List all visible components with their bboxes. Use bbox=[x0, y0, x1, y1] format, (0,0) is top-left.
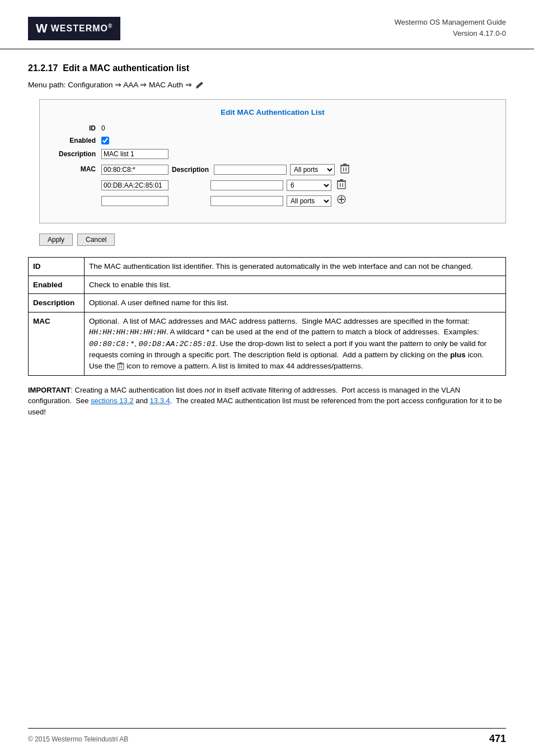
svg-rect-2 bbox=[341, 166, 349, 173]
desc-text-mac: Optional. A list of MAC addresses and MA… bbox=[85, 312, 506, 375]
desc-input-1[interactable] bbox=[214, 165, 287, 175]
mac-entry-3: All ports 123 456 78 bbox=[101, 195, 349, 207]
svg-rect-3 bbox=[343, 167, 344, 171]
mac-entry-1: Description All ports 123 456 78 bbox=[101, 164, 349, 176]
add-mac-icon[interactable] bbox=[337, 195, 346, 207]
edit-form: Edit MAC Authentication List ID 0 Enable… bbox=[39, 99, 506, 223]
mac-label: MAC bbox=[51, 164, 101, 173]
page-header: W WESTERMO® Westermo OS Management Guide… bbox=[0, 0, 534, 49]
form-title: Edit MAC Authentication List bbox=[51, 108, 494, 116]
page-content: 21.2.17 Edit a MAC authentication list M… bbox=[0, 49, 534, 440]
mac-input-3[interactable] bbox=[101, 196, 168, 206]
desc-input-2[interactable] bbox=[210, 180, 283, 190]
menu-path: Menu path: Configuration ⇒ AAA ⇒ MAC Aut… bbox=[28, 80, 506, 89]
logo-box: W WESTERMO® bbox=[28, 17, 120, 40]
id-label: ID bbox=[51, 124, 101, 132]
svg-rect-14 bbox=[339, 199, 344, 200]
doc-version: Version 4.17.0-0 bbox=[395, 28, 506, 39]
desc-col-label: Description bbox=[172, 166, 209, 174]
desc-text-enabled: Check to enable this list. bbox=[85, 276, 506, 294]
desc-row-enabled: Enabled Check to enable this list. bbox=[29, 276, 506, 294]
svg-rect-6 bbox=[343, 164, 346, 165]
page-footer: © 2015 Westermo Teleindustri AB 471 bbox=[28, 728, 506, 745]
desc-field-id: ID bbox=[29, 258, 85, 276]
svg-rect-17 bbox=[121, 366, 122, 368]
button-row: Apply Cancel bbox=[39, 234, 506, 246]
svg-rect-7 bbox=[338, 181, 345, 189]
link-sections-13-2[interactable]: sections 13.2 bbox=[91, 396, 134, 405]
section-number: 21.2.17 bbox=[28, 63, 58, 73]
desc-field-enabled: Enabled bbox=[29, 276, 85, 294]
field-descriptions-table: ID The MAC authentication list identifie… bbox=[28, 257, 506, 376]
enabled-label: Enabled bbox=[51, 137, 101, 144]
important-note: IMPORTANT: Creating a MAC authentication… bbox=[28, 385, 506, 418]
svg-rect-9 bbox=[343, 183, 344, 187]
mac-entry-2: All ports 123 456 78 bbox=[101, 179, 349, 192]
id-value: 0 bbox=[101, 124, 105, 132]
remove-mac-2-icon[interactable] bbox=[337, 179, 346, 192]
important-label: IMPORTANT bbox=[28, 386, 71, 394]
form-row-description: Description bbox=[51, 149, 494, 159]
description-label: Description bbox=[51, 150, 101, 158]
port-select-2[interactable]: All ports 123 456 78 bbox=[287, 180, 331, 191]
enabled-checkbox[interactable] bbox=[101, 137, 109, 144]
svg-rect-15 bbox=[118, 364, 124, 370]
logo-w-icon: W bbox=[36, 21, 48, 36]
svg-rect-5 bbox=[340, 165, 349, 166]
cancel-button[interactable]: Cancel bbox=[77, 234, 115, 246]
port-select-3[interactable]: All ports 123 456 78 bbox=[287, 195, 331, 207]
logo-brand-text: WESTERMO® bbox=[51, 23, 113, 34]
desc-text-description: Optional. A user defined name for this l… bbox=[85, 294, 506, 312]
remove-mac-1-icon[interactable] bbox=[340, 164, 349, 176]
svg-marker-0 bbox=[196, 82, 203, 88]
header-title: Westermo OS Management Guide Version 4.1… bbox=[395, 17, 506, 39]
svg-rect-19 bbox=[119, 362, 122, 363]
form-row-enabled: Enabled bbox=[51, 137, 494, 144]
port-select-1[interactable]: All ports 123 456 78 bbox=[290, 164, 335, 175]
page-number: 471 bbox=[489, 733, 506, 745]
link-13-3-4[interactable]: 13.3.4 bbox=[150, 396, 170, 405]
doc-title: Westermo OS Management Guide bbox=[395, 17, 506, 28]
desc-field-mac: MAC bbox=[29, 312, 85, 375]
mac-entries: Description All ports 123 456 78 bbox=[101, 164, 349, 210]
svg-rect-8 bbox=[340, 183, 341, 187]
svg-rect-4 bbox=[346, 167, 347, 171]
mac-input-2[interactable] bbox=[101, 180, 168, 190]
section-title: Edit a MAC authentication list bbox=[63, 63, 189, 73]
edit-icon bbox=[196, 82, 204, 88]
apply-button[interactable]: Apply bbox=[39, 234, 73, 246]
desc-input-3[interactable] bbox=[210, 196, 283, 206]
svg-rect-16 bbox=[119, 366, 120, 368]
form-row-mac: MAC Description All ports 123 456 78 bbox=[51, 164, 494, 210]
form-row-id: ID 0 bbox=[51, 124, 494, 132]
section-heading: 21.2.17 Edit a MAC authentication list bbox=[28, 63, 506, 73]
desc-row-description: Description Optional. A user defined nam… bbox=[29, 294, 506, 312]
svg-rect-18 bbox=[118, 363, 124, 365]
desc-row-id: ID The MAC authentication list identifie… bbox=[29, 258, 506, 276]
desc-row-mac: MAC Optional. A list of MAC addresses an… bbox=[29, 312, 506, 375]
desc-text-id: The MAC authentication list identifier. … bbox=[85, 258, 506, 276]
svg-rect-10 bbox=[337, 180, 346, 181]
desc-field-description: Description bbox=[29, 294, 85, 312]
logo-area: W WESTERMO® bbox=[28, 17, 120, 40]
svg-rect-11 bbox=[340, 179, 343, 180]
description-input[interactable] bbox=[101, 149, 168, 159]
copyright-text: © 2015 Westermo Teleindustri AB bbox=[28, 735, 128, 743]
mac-input-1[interactable] bbox=[101, 165, 168, 175]
